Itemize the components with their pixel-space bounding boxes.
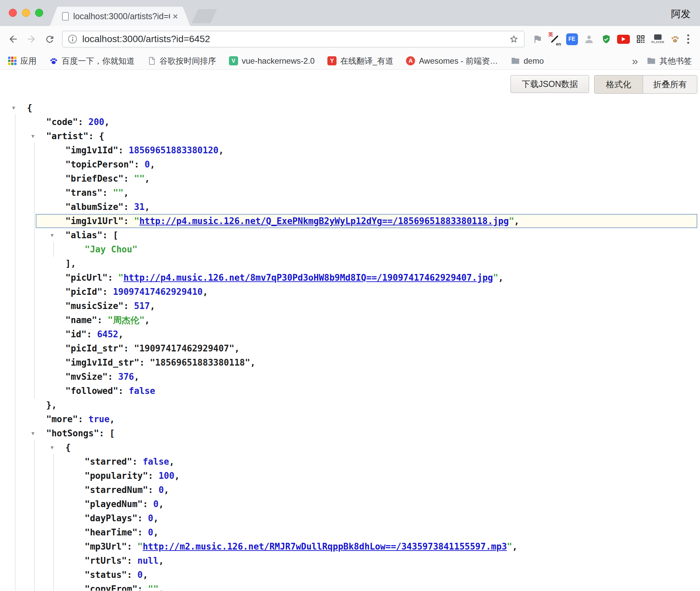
reload-icon [45, 34, 55, 44]
json-key: "id" [65, 329, 87, 339]
json-line[interactable]: "mvSize": 376, [0, 370, 700, 384]
json-token: , [169, 457, 174, 467]
json-line[interactable]: ], [0, 256, 700, 271]
json-line[interactable]: "briefDesc": "", [0, 172, 700, 186]
reload-button[interactable] [42, 31, 57, 47]
collapse-triangle-icon[interactable]: ▼ [51, 228, 54, 242]
json-line[interactable]: "topicPerson": 0, [0, 157, 700, 172]
json-line[interactable]: "starredNum": 0, [0, 483, 700, 497]
flag-extension-icon[interactable] [530, 30, 545, 48]
bookmark-vue-hackernews[interactable]: V vue-hackernews-2.0 [229, 56, 315, 66]
json-token: , [158, 584, 164, 591]
bookmark-apps[interactable]: 应用 [8, 56, 36, 66]
fehelper-extension-icon[interactable]: FE [564, 30, 579, 48]
json-url-link[interactable]: http://m2.music.126.net/RMJR7wDullRqppBk… [143, 541, 507, 552]
url-text[interactable]: localhost:3000/artists?id=6452 [82, 34, 506, 44]
json-token: "" [148, 584, 158, 591]
json-line[interactable]: "copyFrom": "", [0, 582, 700, 591]
minimize-window-button[interactable] [22, 9, 30, 17]
json-line[interactable]: "status": 0, [0, 568, 700, 582]
bookmark-youdao[interactable]: Y 在线翻译_有道 [327, 56, 393, 66]
json-url-link[interactable]: http://p4.music.126.net/8mv7qP30Pd3oHW8b… [123, 273, 493, 283]
json-line[interactable]: "more": true, [0, 412, 700, 426]
json-token: "" [113, 188, 123, 198]
json-key: "artist" [46, 131, 88, 141]
profile-name[interactable]: 阿发 [671, 7, 691, 21]
browser-menu-icon[interactable] [687, 38, 689, 40]
json-line[interactable]: "picId": 19097417462929410, [0, 285, 700, 299]
close-window-button[interactable] [9, 9, 17, 17]
json-line[interactable]: "id": 6452, [0, 327, 700, 341]
page-info-icon[interactable] [68, 35, 77, 43]
youtube-extension-icon[interactable] [616, 30, 631, 48]
json-key: "status" [85, 570, 127, 580]
json-line[interactable]: "picId_str": "19097417462929407", [0, 341, 700, 355]
forward-button[interactable] [24, 31, 39, 47]
qrcode-extension-icon[interactable] [633, 30, 648, 48]
forward-arrow-icon [26, 34, 37, 44]
back-button[interactable] [5, 31, 21, 47]
bookmark-awesomes[interactable]: A Awesomes - 前端资… [406, 56, 498, 66]
paw-extension-icon[interactable] [668, 30, 682, 48]
tab-close-icon[interactable]: × [173, 12, 178, 21]
translate-pen-extension-icon[interactable]: 英 en [547, 30, 562, 48]
bookmarks-overflow-icon[interactable]: » [632, 56, 638, 66]
json-line[interactable]: "trans": "", [0, 186, 700, 200]
json-line[interactable]: ▼"artist": { [0, 129, 700, 143]
collapse-triangle-icon[interactable]: ▼ [51, 440, 54, 455]
collapse-triangle-icon[interactable]: ▼ [12, 101, 15, 115]
json-line[interactable]: "img1v1Id_str": "18569651883380118", [0, 355, 700, 370]
page-favicon [147, 57, 156, 65]
json-token: 18569651883380120 [129, 145, 218, 155]
other-bookmarks-folder[interactable]: 其他书签 [647, 56, 692, 66]
json-line[interactable]: "mp3Url": "http://m2.music.126.net/RMJR7… [0, 539, 700, 554]
browser-tab[interactable]: localhost:3000/artists?id=645 × [50, 7, 190, 26]
json-key: "img1v1Id" [65, 145, 118, 155]
fe-badge: FE [566, 33, 578, 45]
json-token: "周杰伦" [108, 315, 144, 325]
json-line[interactable]: ▼{ [0, 101, 700, 115]
person-extension-icon[interactable] [582, 30, 596, 48]
json-token: "" [134, 174, 145, 184]
new-tab-button[interactable] [192, 9, 217, 23]
bookmark-star-icon[interactable] [509, 34, 519, 44]
json-line[interactable]: "name": "周杰伦", [0, 313, 700, 327]
awesomes-favicon: A [406, 56, 415, 65]
bookmark-baidu[interactable]: 百度一下，你就知道 [49, 56, 135, 66]
json-line[interactable]: "followed": false [0, 384, 700, 398]
json-token: : [127, 541, 137, 552]
json-line[interactable]: ▼"alias": [ [0, 228, 700, 242]
json-token: , [164, 485, 169, 495]
zoom-window-button[interactable] [35, 9, 43, 17]
json-line[interactable]: ▼{ [0, 440, 700, 455]
collapse-triangle-icon[interactable]: ▼ [31, 129, 34, 143]
json-line[interactable]: "rtUrls": null, [0, 554, 700, 568]
browser-window: localhost:3000/artists?id=645 × 阿发 local… [0, 0, 700, 591]
json-line-selected[interactable]: "img1v1Url": "http://p4.music.126.net/Q_… [0, 214, 700, 228]
json-key: "picId" [65, 287, 103, 297]
collapse-triangle-icon[interactable]: ▼ [31, 426, 34, 440]
json-line[interactable]: }, [0, 398, 700, 412]
bookmark-demo-folder[interactable]: demo [511, 56, 544, 66]
json-line[interactable]: "musicSize": 517, [0, 299, 700, 313]
json-line[interactable]: "img1v1Id": 18569651883380120, [0, 143, 700, 157]
player-glyph-icon [654, 34, 662, 40]
json-key: "musicSize" [65, 301, 123, 311]
json-line[interactable]: "starred": false, [0, 455, 700, 469]
json-line[interactable]: "playedNum": 0, [0, 497, 700, 511]
baidu-favicon [49, 57, 58, 65]
shield-extension-icon[interactable] [599, 30, 614, 48]
player-extension-icon[interactable]: PLAYER [650, 30, 665, 48]
json-line[interactable]: "dayPlays": 0, [0, 511, 700, 525]
json-line[interactable]: "Jay Chou" [0, 242, 700, 256]
json-line[interactable]: "popularity": 100, [0, 469, 700, 483]
json-line[interactable]: "hearTime": 0, [0, 525, 700, 539]
youtube-play-icon [617, 35, 630, 44]
json-line[interactable]: "albumSize": 31, [0, 200, 700, 214]
json-url-link[interactable]: http://p4.music.126.net/Q_ExePNkmgB2yWyL… [139, 216, 509, 226]
address-bar[interactable]: localhost:3000/artists?id=6452 [62, 31, 525, 48]
bookmark-google-sort[interactable]: 谷歌按时间排序 [147, 56, 216, 66]
json-line[interactable]: ▼"hotSongs": [ [0, 426, 700, 440]
json-line[interactable]: "picUrl": "http://p4.music.126.net/8mv7q… [0, 271, 700, 285]
json-line[interactable]: "code": 200, [0, 115, 700, 129]
